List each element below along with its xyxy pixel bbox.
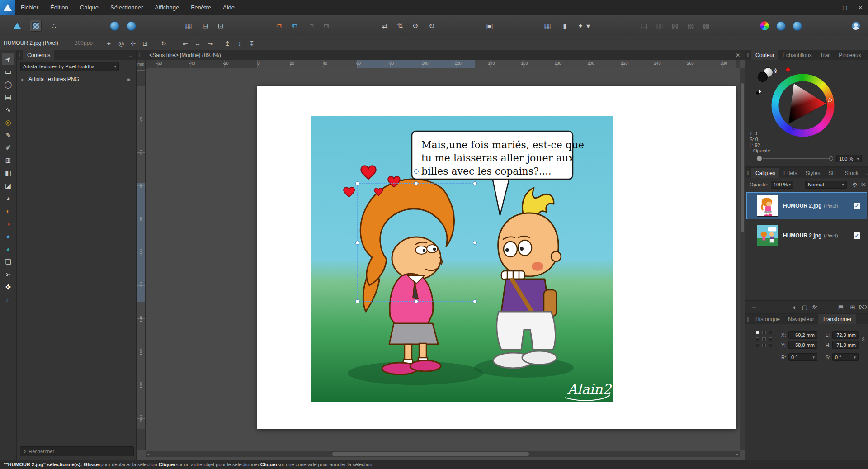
layer-visibility-checkbox[interactable]: ✓ — [854, 232, 860, 239]
panel-menu-icon[interactable]: ≡ — [865, 52, 868, 58]
row-marquee-tool[interactable]: ▤ — [2, 91, 14, 103]
burn-brush-tool[interactable]: ◑ — [2, 218, 14, 230]
order-back-icon[interactable] — [321, 20, 332, 32]
columns-icon[interactable] — [199, 20, 211, 32]
foreground-color-swatch[interactable] — [758, 72, 768, 82]
adjustment-icon[interactable] — [790, 303, 799, 312]
rotate-right-icon[interactable] — [426, 20, 438, 32]
vertical-scrollbar[interactable] — [740, 68, 745, 450]
rotate-cw-icon[interactable] — [125, 20, 137, 32]
rotate-ccw-icon[interactable] — [108, 20, 120, 32]
erase-brush-tool[interactable]: ◪ — [2, 180, 14, 192]
shade-selector[interactable] — [792, 126, 796, 130]
ctx-cycle-icon[interactable] — [116, 38, 126, 48]
rectangle-marquee-tool[interactable]: ▭ — [2, 66, 14, 78]
horizontal-scrollbar-thumb[interactable] — [332, 452, 529, 456]
chevron-right-icon[interactable]: ▸ — [17, 77, 28, 82]
trash-icon[interactable] — [859, 303, 868, 312]
search-input[interactable] — [28, 449, 119, 454]
x-input[interactable] — [788, 331, 817, 339]
colour-picker-tool[interactable]: ◎ — [2, 116, 14, 128]
insert-target-icon[interactable] — [484, 20, 495, 32]
rotation-dropdown[interactable]: 0 °▾ — [788, 353, 817, 361]
panel-grip-icon[interactable]: ∥ — [745, 52, 751, 57]
l-input[interactable] — [832, 331, 859, 339]
layers-stack-icon[interactable] — [750, 303, 759, 312]
ctx-snap-icon[interactable] — [128, 38, 138, 48]
tab-effets[interactable]: Effets — [779, 168, 801, 178]
flood-fill-tool[interactable]: ◕ — [2, 192, 14, 204]
menu-selectionner[interactable]: Sélectionner — [104, 0, 149, 15]
paint-brush-tool[interactable]: ✎ — [2, 129, 14, 141]
selection-handle-bottom-middle[interactable] — [414, 299, 418, 303]
gradient-tool[interactable]: ◧ — [2, 167, 14, 179]
order-backward-icon[interactable] — [305, 20, 317, 32]
menu-calque[interactable]: Calque — [74, 0, 104, 15]
tab-sit[interactable]: SIT — [824, 168, 841, 178]
tab-echantillons[interactable]: Échantillons — [778, 50, 816, 60]
hue-selector[interactable] — [828, 98, 832, 102]
layer-row-selected[interactable]: HUMOUR 2.jpg (Pixel) ✓ — [747, 193, 867, 219]
link-dimensions-icon[interactable] — [860, 337, 867, 341]
ctx-align-middle-icon[interactable] — [235, 38, 245, 48]
tab-couleur[interactable]: Couleur — [751, 50, 778, 60]
opacity-value-dropdown[interactable]: 100 % ▾ — [836, 155, 862, 162]
horizontal-scrollbar[interactable] — [146, 451, 740, 457]
tab-trait[interactable]: Trait — [816, 50, 835, 60]
document-close-icon[interactable]: ✕ — [731, 52, 745, 58]
panel-grip-icon[interactable]: ∥ — [745, 317, 751, 322]
panel-grip-icon[interactable]: ∥ — [745, 171, 751, 175]
export-persona-icon[interactable] — [48, 20, 60, 32]
maximize-button[interactable]: ▢ — [837, 0, 853, 15]
flip-vertical-icon[interactable] — [394, 20, 406, 32]
new-group-icon[interactable] — [836, 303, 845, 312]
order-forward-icon[interactable] — [289, 20, 301, 32]
ctx-align-left-icon[interactable] — [180, 38, 190, 48]
pixel-persona-icon[interactable] — [30, 20, 42, 32]
designer-persona-icon[interactable] — [11, 20, 23, 32]
selection-handle-top-middle[interactable] — [414, 181, 418, 185]
blend-mode-dropdown[interactable]: Normal ▾ — [805, 181, 847, 189]
tab-pinceaux[interactable]: Pinceaux — [835, 50, 865, 60]
menu-affichage[interactable]: Affichage — [149, 0, 185, 15]
new-layer-icon[interactable] — [848, 303, 857, 312]
tab-contenus[interactable]: Contenus — [23, 50, 54, 60]
close-button[interactable]: ✕ — [853, 0, 868, 15]
panel-grip-icon[interactable]: ∥ — [17, 52, 23, 57]
transform-origin-icon[interactable] — [215, 20, 226, 32]
item-menu-icon[interactable]: ≡ — [127, 76, 137, 82]
layer-thumbnail[interactable] — [757, 195, 778, 217]
color-triangle[interactable] — [771, 74, 835, 137]
eyedropper-icon[interactable] — [772, 68, 780, 74]
preferences-icon[interactable] — [791, 20, 803, 32]
document-tab-title[interactable]: <Sans titre> [Modifié] (89.8%) — [143, 52, 221, 58]
help-icon[interactable] — [775, 20, 787, 32]
anchor-point-selector[interactable] — [756, 331, 773, 349]
reset-colors-icon[interactable] — [756, 90, 762, 95]
tab-transformer[interactable]: Transformer — [818, 314, 856, 324]
align-right-icon[interactable] — [669, 20, 681, 32]
flip-horizontal-icon[interactable] — [379, 20, 391, 32]
align-left-icon[interactable] — [638, 20, 650, 32]
minimize-button[interactable]: ─ — [822, 0, 837, 15]
account-icon[interactable] — [850, 20, 862, 32]
zoom-tool[interactable]: ⌕ — [2, 294, 14, 306]
ctx-align-bottom-icon[interactable] — [247, 38, 257, 48]
show-grid-icon[interactable] — [542, 20, 553, 32]
vertical-scrollbar-thumb[interactable] — [741, 83, 744, 232]
menu-fichier[interactable]: Fichier — [15, 0, 44, 15]
color-sync-icon[interactable] — [759, 20, 770, 32]
search-box[interactable]: ⌕ — [20, 446, 134, 456]
scroll-left-icon[interactable] — [146, 451, 151, 457]
fx-icon[interactable]: fx — [810, 303, 819, 312]
ctx-bounds-icon[interactable] — [140, 38, 150, 48]
align-top-icon[interactable] — [685, 20, 697, 32]
pixel-tool[interactable]: ✐ — [2, 142, 14, 154]
shear-dropdown[interactable]: 0 °▾ — [832, 353, 859, 361]
y-input[interactable] — [788, 341, 817, 349]
order-front-icon[interactable] — [273, 20, 285, 32]
freehand-selection-tool[interactable]: ∿ — [2, 104, 14, 116]
assistant-chevron-icon[interactable] — [585, 20, 591, 32]
layer-visibility-checkbox[interactable]: ✓ — [854, 203, 860, 209]
selection-handle-top-left[interactable] — [355, 181, 359, 185]
